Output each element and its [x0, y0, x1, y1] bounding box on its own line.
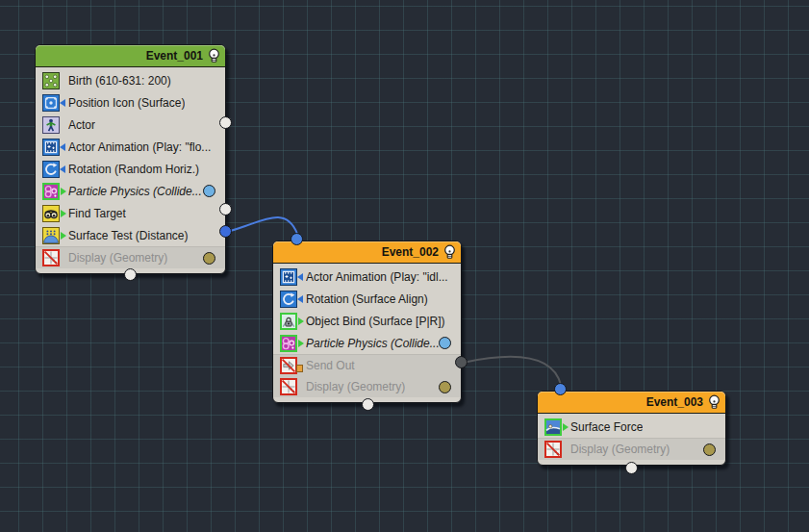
node-event-003[interactable]: Event_003 Surface For — [537, 391, 726, 466]
wire-event1-to-event2[interactable] — [226, 217, 297, 234]
operator-label: Position Icon (Surface) — [68, 96, 185, 110]
operator-row-particle-physics[interactable]: Particle Physics (Collide... — [36, 180, 225, 202]
operator-row-surface-force[interactable]: Surface Force — [538, 416, 725, 438]
operator-row-birth[interactable]: Birth (610-631: 200) — [36, 69, 225, 91]
port-display[interactable] — [439, 381, 451, 393]
operator-label: Birth (610-631: 200) — [68, 74, 171, 88]
node-title: Event_003 — [646, 395, 703, 409]
operator-label: Particle Physics (Collide... — [68, 185, 202, 198]
send-out-icon — [280, 357, 297, 374]
operator-row-display[interactable]: Display (Geometry) — [538, 438, 725, 460]
operator-row-actor[interactable]: Actor — [36, 114, 225, 136]
operator-row-particle-physics[interactable]: Particle Physics (Collide... — [273, 332, 461, 354]
input-arrow-icon — [297, 295, 303, 303]
rotation-icon — [280, 291, 297, 308]
test-arrow-icon — [61, 210, 66, 217]
operator-list: Surface Force Display (Geometry) — [538, 414, 725, 465]
operator-label: Actor Animation (Play: "idl... — [306, 270, 448, 284]
port-event1-right-free-1[interactable] — [219, 116, 232, 129]
operator-label: Surface Force — [570, 420, 643, 434]
operator-label: Display (Geometry) — [68, 251, 167, 265]
display-icon — [42, 249, 60, 266]
operator-label: Actor — [68, 118, 95, 132]
operator-label: Rotation (Surface Align) — [306, 292, 428, 306]
display-icon — [280, 378, 297, 395]
port-event2-bottom[interactable] — [362, 398, 374, 411]
surface-test-icon — [42, 227, 60, 244]
actor-animation-icon — [280, 268, 297, 286]
test-output-marker — [296, 365, 303, 372]
operator-row-find-target[interactable]: Find Target — [36, 202, 225, 224]
node-event-002[interactable]: Event_002 — [272, 241, 462, 403]
port-event3-input[interactable] — [554, 383, 567, 395]
operator-row-rotation[interactable]: Rotation (Random Horiz.) — [36, 158, 225, 180]
operator-row-display[interactable]: Display (Geometry) — [273, 376, 461, 397]
test-arrow-icon — [298, 317, 304, 325]
operator-label: Rotation (Random Horiz.) — [68, 163, 199, 176]
port-event1-surface-test-out[interactable] — [219, 225, 232, 238]
rotation-icon — [42, 161, 60, 178]
operator-row-rotation[interactable]: Rotation (Surface Align) — [273, 288, 461, 310]
operator-label: Particle Physics (Collide... — [306, 337, 439, 350]
input-arrow-icon — [60, 99, 65, 107]
port-particle-physics[interactable] — [439, 337, 451, 349]
operator-row-send-out[interactable]: Send Out — [273, 354, 461, 376]
lightbulb-icon[interactable] — [707, 394, 721, 411]
operator-list: Birth (610-631: 200) Position Icon — [36, 67, 225, 273]
operator-label: Actor Animation (Play: "flo... — [68, 140, 211, 154]
operator-row-display[interactable]: Display (Geometry) — [36, 246, 225, 268]
port-display[interactable] — [203, 252, 215, 265]
actor-icon — [42, 116, 60, 134]
node-header[interactable]: Event_003 — [538, 392, 725, 414]
operator-list: Actor Animation (Play: "idl... Rotation … — [273, 264, 461, 402]
operator-row-surface-test[interactable]: Surface Test (Distance) — [36, 224, 225, 246]
node-event-001[interactable]: Event_001 — [35, 44, 226, 274]
surface-force-icon — [544, 418, 562, 436]
port-event1-find-target-out[interactable] — [219, 203, 232, 215]
port-event2-input[interactable] — [291, 233, 303, 245]
operator-label: Surface Test (Distance) — [68, 229, 189, 242]
port-event1-bottom[interactable] — [124, 268, 137, 281]
particle-physics-icon — [42, 183, 60, 200]
operator-row-object-bind[interactable]: Object Bind (Surface [P|R]) — [273, 310, 461, 332]
display-icon — [544, 441, 562, 458]
input-arrow-icon — [297, 273, 303, 281]
lightbulb-icon[interactable] — [207, 48, 221, 64]
operator-label: Find Target — [68, 207, 126, 220]
operator-row-actor-animation[interactable]: Actor Animation (Play: "flo... — [36, 136, 225, 158]
node-title: Event_002 — [382, 245, 439, 259]
particle-physics-icon — [280, 335, 297, 352]
port-display[interactable] — [703, 443, 716, 456]
operator-label: Send Out — [306, 359, 355, 372]
test-arrow-icon — [61, 188, 66, 195]
operator-label: Display (Geometry) — [306, 380, 405, 393]
node-header[interactable]: Event_002 — [273, 241, 461, 264]
port-event3-bottom[interactable] — [625, 462, 638, 474]
operator-row-position-icon[interactable]: Position Icon (Surface) — [36, 91, 225, 114]
test-arrow-icon — [563, 423, 569, 431]
operator-label: Object Bind (Surface [P|R]) — [306, 315, 445, 328]
position-icon — [42, 94, 60, 112]
input-arrow-icon — [60, 165, 65, 173]
port-event2-send-out[interactable] — [455, 356, 468, 368]
object-bind-icon — [280, 313, 297, 330]
birth-icon — [42, 72, 60, 89]
actor-animation-icon — [42, 139, 60, 156]
test-arrow-icon — [298, 340, 304, 347]
lightbulb-icon[interactable] — [442, 244, 457, 261]
test-arrow-icon — [61, 232, 66, 240]
node-title: Event_001 — [146, 49, 203, 63]
operator-label: Display (Geometry) — [570, 443, 670, 456]
node-header[interactable]: Event_001 — [36, 45, 225, 67]
wire-event2-to-event3[interactable] — [463, 357, 561, 385]
find-target-icon — [42, 205, 60, 222]
node-graph-canvas[interactable]: Event_001 — [0, 0, 809, 532]
operator-row-actor-animation[interactable]: Actor Animation (Play: "idl... — [273, 266, 461, 288]
port-particle-physics[interactable] — [203, 185, 215, 197]
input-arrow-icon — [60, 143, 65, 151]
